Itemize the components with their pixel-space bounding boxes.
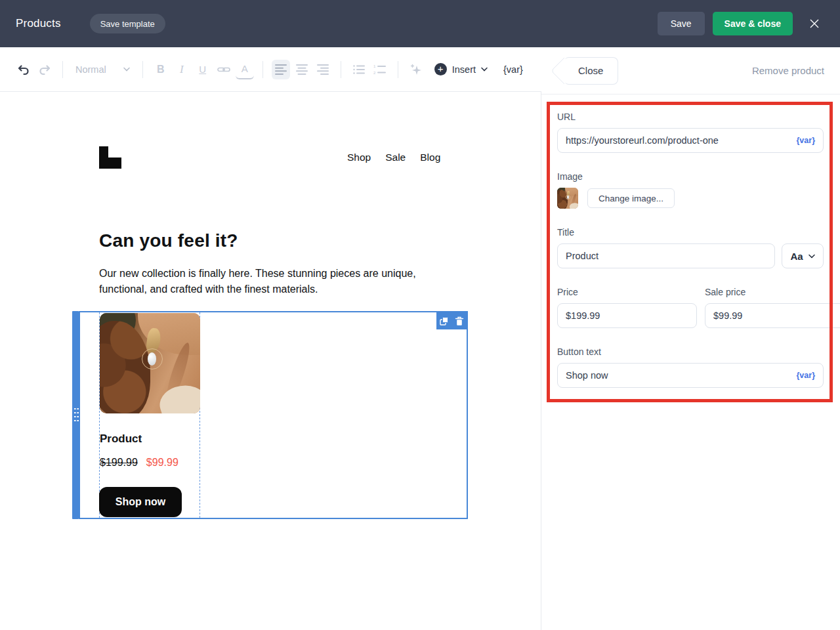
button-text-input[interactable] <box>566 370 791 381</box>
toolbar-divider <box>398 61 398 78</box>
selected-product-block[interactable]: Product $199.99 $99.99 Shop now <box>72 311 468 519</box>
image-label: Image <box>557 171 824 182</box>
email-canvas: Shop Sale Blog Can you feel it? Our new … <box>0 92 541 630</box>
toolbar-divider <box>62 61 63 78</box>
image-field-group: Image Change image... <box>557 171 824 209</box>
nav-link-shop[interactable]: Shop <box>347 152 371 163</box>
redo-icon[interactable] <box>35 60 54 79</box>
email-heading[interactable]: Can you feel it? <box>99 230 238 251</box>
save-button[interactable]: Save <box>658 12 705 35</box>
remove-product-link[interactable]: Remove product <box>752 65 824 76</box>
panel-body: URL {var} Image Change image... Title <box>541 94 840 388</box>
save-template-button[interactable]: Save template <box>90 14 165 33</box>
undo-icon[interactable] <box>14 60 33 79</box>
price-field-group: Price <box>557 287 697 328</box>
product-prices: $199.99 $99.99 <box>100 457 178 469</box>
product-price-old: $199.99 <box>100 457 138 469</box>
font-style-dropdown[interactable]: Aa <box>782 243 824 268</box>
top-bar-actions: Save Save & close <box>658 12 824 35</box>
brand-logo[interactable] <box>99 146 121 169</box>
block-actions <box>436 312 467 329</box>
formatting-toolbar: Normal B I U A 12 + Insert {var} <box>0 47 541 92</box>
title-label: Title <box>557 227 824 238</box>
close-icon[interactable] <box>805 14 824 33</box>
drag-dots-icon <box>74 407 79 423</box>
url-field-group: URL {var} <box>557 112 824 153</box>
svg-text:1: 1 <box>373 64 376 68</box>
sale-price-field-group: Sale price <box>705 287 840 328</box>
panel-header: Close Remove product <box>541 47 840 94</box>
underline-button[interactable]: U <box>194 60 212 79</box>
duplicate-icon[interactable] <box>438 316 449 326</box>
block-drag-handle[interactable] <box>72 311 79 519</box>
title-input-wrap <box>557 243 775 268</box>
price-fields-group: Price Sale price <box>557 287 824 328</box>
email-nav: Shop Sale Blog <box>347 152 440 163</box>
product-price-sale: $99.99 <box>146 457 178 469</box>
paragraph-style-select[interactable]: Normal <box>72 64 134 75</box>
email-paragraph[interactable]: Our new collection is finally here. Thes… <box>99 266 430 297</box>
save-and-close-button[interactable]: Save & close <box>713 12 793 35</box>
product-image[interactable] <box>100 313 200 413</box>
bold-button[interactable]: B <box>152 60 170 79</box>
button-text-input-wrap: {var} <box>557 363 824 388</box>
title-field-group: Title Aa <box>557 227 824 268</box>
button-text-field-group: Button text {var} <box>557 346 824 388</box>
button-text-label: Button text <box>557 346 824 357</box>
bullet-list-icon[interactable] <box>350 60 368 79</box>
change-image-button[interactable]: Change image... <box>587 188 675 208</box>
product-settings-panel: Close Remove product URL {var} Image Cha… <box>541 47 840 630</box>
delete-icon[interactable] <box>454 316 465 326</box>
price-input-wrap <box>557 303 697 328</box>
align-center-icon[interactable] <box>293 60 311 79</box>
title-input[interactable] <box>566 251 766 261</box>
link-icon[interactable] <box>215 60 233 79</box>
plus-circle-icon: + <box>434 63 447 75</box>
insert-button[interactable]: + Insert <box>434 63 488 75</box>
top-bar: Products Save template Save Save & close <box>0 0 840 47</box>
sale-price-input-wrap <box>705 303 840 328</box>
nav-link-sale[interactable]: Sale <box>385 152 406 163</box>
close-panel-button[interactable]: Close <box>564 57 618 85</box>
ai-sparkle-icon[interactable] <box>407 60 425 79</box>
url-input[interactable] <box>566 135 791 146</box>
url-label: URL <box>557 112 824 122</box>
chevron-down-icon <box>481 67 488 72</box>
page-title: Products <box>16 17 61 30</box>
toolbar-divider <box>341 61 341 78</box>
nav-link-blog[interactable]: Blog <box>420 152 440 163</box>
toolbar-divider <box>142 61 143 78</box>
shop-now-button[interactable]: Shop now <box>99 487 182 517</box>
italic-button[interactable]: I <box>173 60 191 79</box>
toolbar-divider <box>262 61 263 78</box>
numbered-list-icon[interactable]: 12 <box>371 60 389 79</box>
url-input-wrap: {var} <box>557 128 824 153</box>
url-var-button[interactable]: {var} <box>797 136 816 145</box>
button-text-var-button[interactable]: {var} <box>797 371 816 380</box>
price-input[interactable] <box>566 310 688 321</box>
product-title[interactable]: Product <box>100 432 142 446</box>
sale-price-label: Sale price <box>705 287 840 297</box>
chevron-down-icon <box>123 67 130 72</box>
image-thumbnail[interactable] <box>557 188 578 209</box>
align-left-icon[interactable] <box>272 60 290 79</box>
variable-button[interactable]: {var} <box>503 64 523 75</box>
svg-text:2: 2 <box>373 71 376 75</box>
sale-price-input[interactable] <box>713 310 836 321</box>
chevron-down-icon <box>808 254 815 259</box>
align-right-icon[interactable] <box>314 60 332 79</box>
text-color-button[interactable]: A <box>236 60 254 79</box>
price-label: Price <box>557 287 697 297</box>
